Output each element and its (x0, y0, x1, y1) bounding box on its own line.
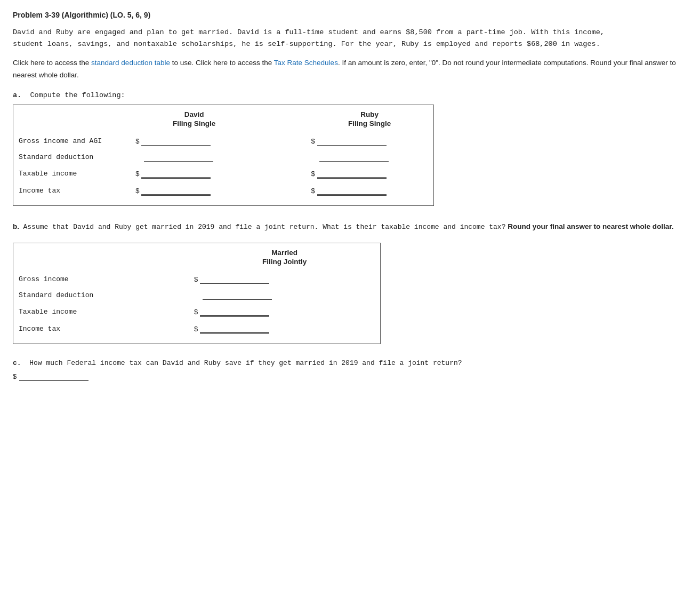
dollar-sign: $ (311, 187, 315, 195)
table-b-header-row: Married (13, 243, 380, 258)
david-gross-income-wrapper: $ (135, 136, 253, 146)
dollar-sign: $ (194, 325, 198, 333)
ruby-taxable-income-input[interactable] (317, 168, 387, 179)
david-header: David (130, 105, 258, 119)
bottom-spacer-row (13, 199, 433, 205)
david-standard-deduction-input[interactable] (144, 152, 213, 162)
mfj-subheader: Filing Jointly (189, 258, 380, 271)
mfj-std-deduction-wrapper (194, 290, 375, 300)
table-row: Standard deduction (13, 149, 433, 165)
income-tax-label-b: Income tax (13, 320, 189, 337)
dollar-sign: $ (194, 275, 198, 283)
david-subheader: Filing Single (130, 119, 258, 133)
bottom-spacer-row-b (13, 337, 380, 344)
ruby-subheader: Filing Single (305, 119, 433, 133)
taxable-income-label: Taxable income (13, 165, 130, 182)
part-b-table: Married Filing Jointly Gross income $ (13, 243, 381, 344)
mfj-standard-deduction-input[interactable] (203, 290, 272, 300)
dollar-sign: $ (311, 170, 315, 178)
ruby-header: Ruby (305, 105, 433, 119)
ruby-gross-income-input[interactable] (317, 136, 387, 146)
ruby-std-deduction-wrapper (311, 152, 428, 162)
dollar-sign: $ (194, 308, 198, 316)
table-row: Taxable income $ (13, 303, 380, 320)
standard-deduction-link[interactable]: standard deduction table (91, 59, 170, 67)
table-row: Income tax $ (13, 320, 380, 337)
part-c-answer-row: $ (13, 371, 687, 381)
income-tax-label: Income tax (13, 182, 130, 199)
mfj-gross-income-wrapper: $ (194, 274, 375, 284)
ruby-gross-income-wrapper: $ (311, 136, 428, 146)
dollar-sign: $ (13, 372, 17, 380)
mfj-gross-income-input[interactable] (200, 274, 269, 284)
ruby-standard-deduction-input[interactable] (319, 152, 389, 162)
table-row: Income tax $ $ (13, 182, 433, 199)
part-a-label: a. Compute the following: (13, 91, 687, 99)
table-b-subheader-row: Filing Jointly (13, 258, 380, 271)
table-row: Taxable income $ $ (13, 165, 433, 182)
table-row: Gross income $ (13, 271, 380, 287)
david-gross-income-input[interactable] (141, 136, 211, 146)
ruby-income-tax-input[interactable] (317, 185, 387, 196)
part-c-description: c. How much Federal income tax can David… (13, 359, 687, 367)
dollar-sign: $ (135, 187, 139, 195)
david-std-deduction-wrapper (135, 152, 253, 162)
gross-income-label: Gross income (13, 271, 189, 287)
standard-deduction-label-b: Standard deduction (13, 287, 189, 303)
david-taxable-income-input[interactable] (141, 168, 211, 179)
mfj-income-tax-input[interactable] (200, 323, 269, 334)
mfj-income-tax-wrapper: $ (194, 323, 375, 334)
part-c-answer-input[interactable] (19, 371, 88, 381)
gross-income-agi-label: Gross income and AGI (13, 133, 130, 149)
standard-deduction-label: Standard deduction (13, 149, 130, 165)
part-a-table: David Ruby Filing Single Filing Single G… (13, 105, 434, 206)
mfj-taxable-income-wrapper: $ (194, 306, 375, 317)
ruby-income-tax-wrapper: $ (311, 185, 428, 196)
ruby-taxable-income-wrapper: $ (311, 168, 428, 179)
tax-rate-link[interactable]: Tax Rate Schedules (274, 59, 338, 67)
mfj-taxable-income-input[interactable] (200, 306, 269, 317)
mfj-header: Married (189, 243, 380, 258)
dollar-sign: $ (135, 170, 139, 178)
table-row: Standard deduction (13, 287, 380, 303)
table-a-subheader-row: Filing Single Filing Single (13, 119, 433, 133)
david-taxable-income-wrapper: $ (135, 168, 253, 179)
problem-description: David and Ruby are engaged and plan to g… (13, 27, 687, 50)
table-a-header-row: David Ruby (13, 105, 433, 119)
part-b-label: b. Assume that David and Ruby get marrie… (13, 221, 687, 233)
dollar-sign: $ (135, 137, 139, 145)
instructions: Click here to access the standard deduct… (13, 57, 687, 82)
david-income-tax-wrapper: $ (135, 185, 253, 196)
david-income-tax-input[interactable] (141, 185, 211, 196)
taxable-income-label-b: Taxable income (13, 303, 189, 320)
dollar-sign: $ (311, 137, 315, 145)
table-row: Gross income and AGI $ $ (13, 133, 433, 149)
problem-title: Problem 3-39 (Algorithmic) (LO. 5, 6, 9) (13, 11, 687, 19)
